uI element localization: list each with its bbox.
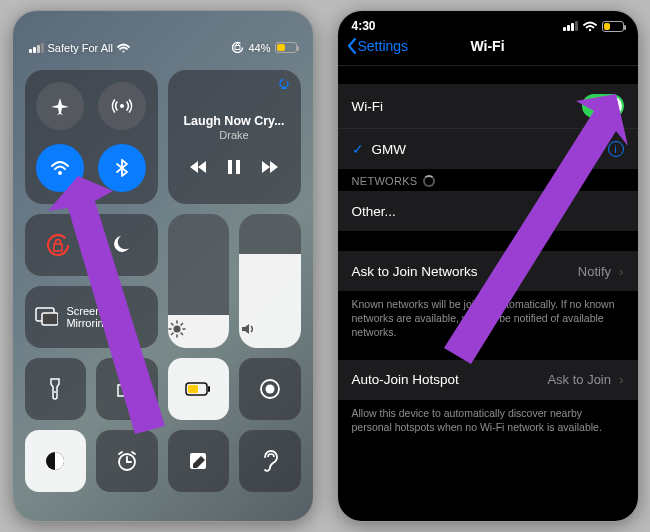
- status-bar: Safety For All 44%: [13, 11, 313, 60]
- hotspot-label: Auto-Join Hotspot: [352, 372, 459, 387]
- screen-mirroring-button[interactable]: Screen Mirroring: [25, 286, 158, 348]
- control-center-screen: Safety For All 44%: [13, 11, 313, 521]
- networks-header: NETWORKS: [338, 169, 638, 191]
- mirroring-label: Screen Mirroring: [66, 305, 147, 329]
- time-label: 4:30: [352, 19, 376, 33]
- volume-icon: [239, 320, 301, 338]
- flashlight-button[interactable]: [25, 358, 87, 420]
- svg-rect-5: [228, 160, 232, 174]
- svg-line-30: [119, 452, 122, 454]
- svg-line-16: [181, 324, 183, 326]
- chevron-right-icon: ›: [619, 264, 624, 279]
- nav-bar: Settings Wi-Fi: [338, 35, 638, 66]
- cellular-bars-icon: [29, 43, 44, 53]
- volume-slider[interactable]: [239, 214, 301, 348]
- svg-rect-23: [188, 385, 198, 393]
- wifi-button[interactable]: [36, 144, 84, 192]
- dark-mode-button[interactable]: [25, 430, 87, 492]
- svg-line-13: [171, 324, 173, 326]
- ask-to-join-section: Ask to Join Networks Notify ›: [338, 251, 638, 291]
- svg-line-31: [132, 452, 135, 454]
- carrier-label: Safety For All: [48, 42, 113, 54]
- media-artist: Drake: [219, 129, 248, 141]
- low-power-mode-button[interactable]: [168, 358, 230, 420]
- svg-rect-22: [208, 386, 210, 392]
- wifi-strength-icon: [585, 143, 600, 155]
- wifi-section: Wi-Fi ✓ GMW i: [338, 84, 638, 169]
- control-center-grid: Laugh Now Cry... Drake: [13, 60, 313, 492]
- auto-join-hotspot-row[interactable]: Auto-Join Hotspot Ask to Join ›: [338, 360, 638, 400]
- airplane-mode-button[interactable]: [36, 82, 84, 130]
- battery-icon: [275, 42, 297, 53]
- svg-point-33: [588, 28, 590, 30]
- svg-point-7: [48, 235, 68, 255]
- svg-line-15: [171, 333, 173, 335]
- svg-point-3: [58, 171, 62, 175]
- svg-point-2: [120, 104, 124, 108]
- other-network-row[interactable]: Other...: [338, 191, 638, 231]
- forward-button[interactable]: [261, 160, 279, 174]
- airplay-icon[interactable]: [277, 78, 291, 90]
- hotspot-value: Ask to Join: [547, 372, 611, 387]
- focus-tile: [25, 214, 158, 276]
- battery-pct-label: 44%: [248, 42, 270, 54]
- do-not-disturb-button[interactable]: [91, 232, 158, 258]
- rewind-button[interactable]: [189, 160, 207, 174]
- connectivity-tile: [25, 70, 158, 204]
- wifi-status-icon: [117, 43, 130, 53]
- mirroring-icon: [35, 307, 59, 327]
- svg-line-14: [181, 333, 183, 335]
- cellular-data-button[interactable]: [98, 82, 146, 130]
- battery-icon: [602, 21, 624, 32]
- svg-point-8: [173, 326, 180, 333]
- ask-to-join-value: Notify: [578, 264, 611, 279]
- cellular-bars-icon: [563, 21, 578, 31]
- ask-to-join-row[interactable]: Ask to Join Networks Notify ›: [338, 251, 638, 291]
- orientation-lock-button[interactable]: [25, 232, 92, 258]
- wifi-switch[interactable]: [582, 94, 624, 118]
- media-tile[interactable]: Laugh Now Cry... Drake: [168, 70, 301, 204]
- wifi-label: Wi-Fi: [352, 99, 383, 114]
- bluetooth-button[interactable]: [98, 144, 146, 192]
- wifi-settings-screen: 4:30 Settings Wi-Fi Wi-Fi ✓ GMW i NETWOR…: [338, 11, 638, 521]
- svg-point-25: [265, 385, 274, 394]
- svg-rect-18: [42, 313, 58, 325]
- notes-button[interactable]: [168, 430, 230, 492]
- wifi-toggle-row: Wi-Fi: [338, 84, 638, 129]
- camera-button[interactable]: [96, 358, 158, 420]
- ask-to-join-label: Ask to Join Networks: [352, 264, 478, 279]
- checkmark-icon: ✓: [352, 141, 364, 157]
- svg-point-20: [123, 387, 130, 394]
- brightness-slider[interactable]: [168, 214, 230, 348]
- hotspot-blurb: Allow this device to automatically disco…: [338, 400, 638, 434]
- svg-rect-6: [236, 160, 240, 174]
- orientation-lock-icon: [231, 41, 244, 54]
- svg-point-34: [591, 151, 594, 154]
- auto-join-hotspot-section: Auto-Join Hotspot Ask to Join ›: [338, 360, 638, 400]
- hearing-button[interactable]: [239, 430, 301, 492]
- alarm-button[interactable]: [96, 430, 158, 492]
- loading-spinner-icon: [423, 175, 435, 187]
- chevron-right-icon: ›: [619, 372, 624, 387]
- screen-record-button[interactable]: [239, 358, 301, 420]
- ask-to-join-blurb: Known networks will be joined automatica…: [338, 291, 638, 340]
- network-name: GMW: [372, 142, 407, 157]
- other-label: Other...: [352, 204, 396, 219]
- networks-section: Other...: [338, 191, 638, 231]
- connected-network-row[interactable]: ✓ GMW i: [338, 129, 638, 169]
- media-title: Laugh Now Cry...: [183, 114, 284, 128]
- page-title: Wi-Fi: [338, 38, 638, 54]
- info-icon[interactable]: i: [608, 141, 624, 157]
- status-bar: 4:30: [338, 11, 638, 35]
- pause-button[interactable]: [227, 159, 241, 175]
- brightness-icon: [168, 320, 230, 338]
- wifi-status-icon: [583, 21, 597, 32]
- svg-point-19: [54, 391, 56, 393]
- svg-point-0: [122, 50, 124, 52]
